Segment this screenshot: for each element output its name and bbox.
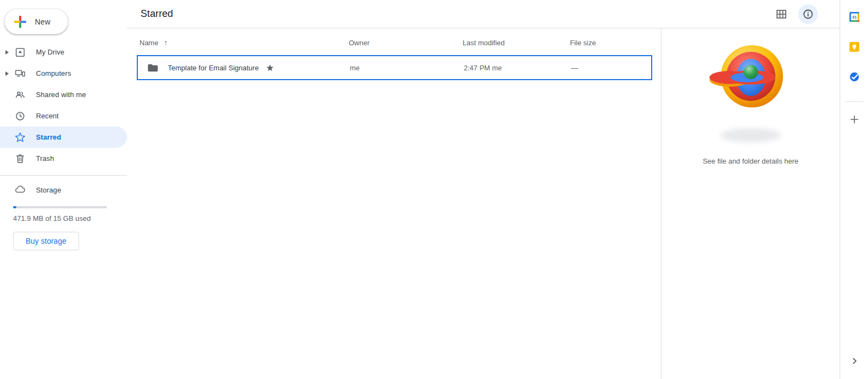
header-actions bbox=[776, 4, 818, 24]
new-button[interactable]: New bbox=[4, 9, 68, 34]
tasks-icon[interactable] bbox=[849, 72, 859, 82]
file-size-cell: — bbox=[571, 64, 651, 72]
workspace: Starred bbox=[127, 0, 840, 379]
companion-rail: 31 bbox=[840, 0, 868, 379]
folder-icon bbox=[147, 63, 159, 73]
sidebar-item-starred[interactable]: Starred bbox=[0, 127, 127, 148]
last-modified-cell: 2:47 PM me bbox=[464, 64, 571, 72]
buy-storage-button[interactable]: Buy storage bbox=[13, 232, 79, 250]
my-drive-icon bbox=[15, 47, 26, 58]
recent-clock-icon bbox=[15, 111, 26, 122]
star-outline-icon bbox=[15, 132, 26, 143]
page-header: Starred bbox=[127, 0, 840, 28]
storage-usage-text: 471.9 MB of 15 GB used bbox=[13, 214, 127, 222]
svg-text:31: 31 bbox=[852, 15, 857, 20]
calendar-icon[interactable]: 31 bbox=[849, 12, 859, 22]
sidebar-item-recent[interactable]: Recent bbox=[0, 105, 127, 127]
star-filled-icon bbox=[266, 64, 274, 72]
sidebar-nav: My Drive Computers bbox=[0, 41, 127, 169]
storage-label: Storage bbox=[36, 186, 61, 194]
storage-progress-fill bbox=[13, 206, 16, 208]
storage-section[interactable]: Storage bbox=[0, 182, 127, 197]
column-header-last-modified[interactable]: Last modified bbox=[463, 39, 570, 47]
file-list: Name ↑ Owner Last modified File size bbox=[127, 28, 661, 379]
sidebar-item-label: Trash bbox=[36, 154, 54, 163]
chevron-right-icon[interactable] bbox=[851, 357, 858, 365]
cloud-icon bbox=[15, 184, 26, 195]
file-name: Template for Email Signature bbox=[168, 64, 259, 72]
caret-right-icon[interactable] bbox=[5, 71, 9, 76]
file-table: Name ↑ Owner Last modified File size bbox=[137, 32, 652, 80]
computers-icon bbox=[15, 68, 26, 79]
sidebar-item-label: Starred bbox=[36, 133, 61, 141]
cutaway-sphere-illustration bbox=[699, 44, 803, 149]
info-icon bbox=[803, 9, 814, 20]
shared-with-me-icon bbox=[15, 89, 26, 100]
new-button-label: New bbox=[35, 17, 51, 26]
page-title: Starred bbox=[141, 8, 173, 20]
table-row[interactable]: Template for Email Signature me 2:47 PM … bbox=[137, 55, 652, 80]
sidebar-item-computers[interactable]: Computers bbox=[0, 63, 127, 84]
sidebar: New My Drive bbox=[0, 0, 127, 379]
sidebar-item-label: Computers bbox=[36, 69, 71, 77]
column-header-file-size[interactable]: File size bbox=[570, 39, 652, 47]
sidebar-item-trash[interactable]: Trash bbox=[0, 148, 127, 169]
trash-icon bbox=[15, 153, 26, 164]
details-panel: See file and folder details here bbox=[661, 28, 840, 379]
keep-icon[interactable] bbox=[849, 42, 859, 52]
name-cell: Template for Email Signature bbox=[138, 63, 350, 73]
sidebar-item-my-drive[interactable]: My Drive bbox=[0, 41, 127, 63]
sidebar-item-label: My Drive bbox=[36, 48, 64, 56]
info-button[interactable] bbox=[798, 4, 818, 24]
workspace-body: Name ↑ Owner Last modified File size bbox=[127, 28, 840, 379]
sidebar-item-label: Shared with me bbox=[36, 91, 86, 99]
grid-view-icon[interactable] bbox=[776, 10, 786, 19]
details-hint-text: See file and folder details here bbox=[703, 157, 799, 165]
sidebar-divider bbox=[0, 175, 127, 176]
storage-progress-bar bbox=[13, 206, 107, 208]
plus-icon[interactable] bbox=[850, 115, 859, 124]
column-header-name[interactable]: Name ↑ bbox=[137, 38, 349, 47]
table-header: Name ↑ Owner Last modified File size bbox=[137, 32, 652, 53]
sidebar-item-label: Recent bbox=[36, 112, 59, 120]
caret-right-icon[interactable] bbox=[5, 50, 9, 55]
column-header-owner[interactable]: Owner bbox=[349, 39, 463, 47]
owner-cell: me bbox=[350, 64, 464, 72]
google-plus-icon bbox=[13, 15, 27, 29]
rail-divider bbox=[845, 101, 864, 102]
sidebar-item-shared-with-me[interactable]: Shared with me bbox=[0, 84, 127, 105]
sort-ascending-icon[interactable]: ↑ bbox=[164, 38, 168, 47]
drive-app: New My Drive bbox=[0, 0, 868, 379]
